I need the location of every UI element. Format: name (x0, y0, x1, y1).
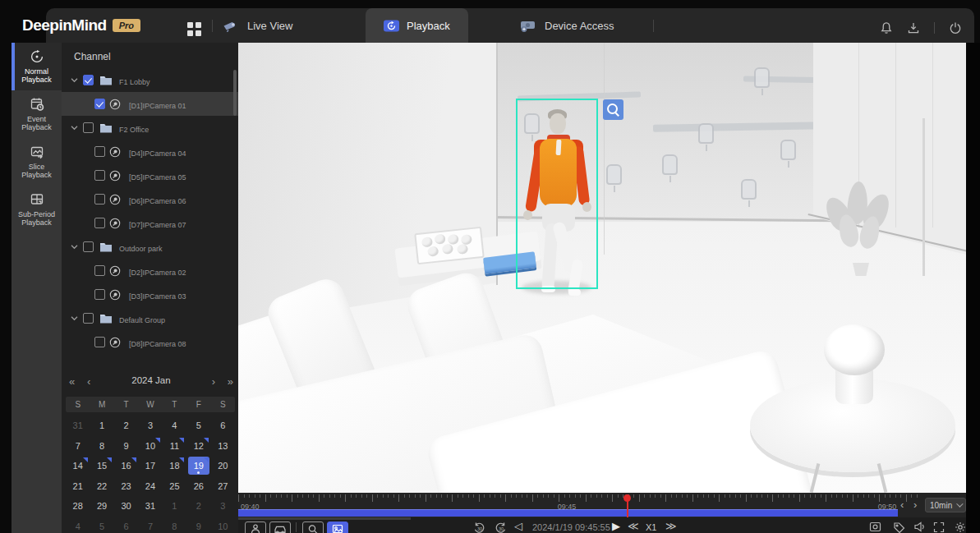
play-button[interactable]: ▶ (612, 521, 620, 531)
vehicle-filter-button[interactable] (269, 522, 291, 533)
caret-icon[interactable] (71, 76, 78, 84)
calendar-day[interactable]: 7 (67, 437, 89, 455)
calendar-day[interactable]: 21 (67, 477, 89, 495)
calendar-day[interactable]: 30 (116, 497, 137, 515)
calendar-day[interactable]: 24 (140, 477, 161, 495)
calendar-day[interactable]: 1 (91, 416, 113, 434)
speaker-icon[interactable] (913, 522, 926, 532)
rail-item-normal-playback[interactable]: Normal Playback (12, 43, 62, 90)
bell-icon[interactable] (880, 21, 893, 34)
timeline-next-button[interactable]: › (913, 499, 917, 511)
calendar-day[interactable]: 6 (212, 416, 233, 434)
fullscreen-icon[interactable] (933, 522, 945, 533)
camera-checkbox[interactable] (94, 337, 105, 347)
calendar-day[interactable]: 10 (140, 437, 161, 455)
target-search-magnifier-button[interactable] (603, 99, 623, 120)
camera-checkbox[interactable] (94, 265, 105, 276)
calendar-day[interactable]: 23 (116, 477, 137, 495)
calendar-day[interactable]: 10 (212, 517, 233, 533)
timeline-prev-button[interactable]: ‹ (900, 499, 904, 511)
calendar-day[interactable]: 7 (140, 517, 161, 533)
camera-checkbox[interactable] (94, 194, 105, 204)
speed-up-button[interactable]: ≫ (665, 521, 677, 531)
calendar-day[interactable]: 22 (91, 477, 113, 495)
calendar-day[interactable]: 8 (91, 437, 113, 455)
playback-timeline[interactable]: 09:40 09:45 09:50 ‹ › 10min (238, 493, 966, 517)
calendar-day[interactable]: 14 (67, 457, 89, 475)
calendar-day[interactable]: 25 (163, 477, 185, 495)
calendar-day[interactable]: 16 (116, 457, 137, 475)
calendar-day[interactable]: 31 (140, 497, 161, 515)
calendar-day[interactable]: 12 (188, 437, 209, 455)
tree-camera-row[interactable]: [D1]IPCamera 01 (62, 92, 238, 116)
calendar-day[interactable]: 8 (163, 517, 185, 533)
tab-live-view[interactable]: Live View (222, 8, 292, 43)
group-checkbox[interactable] (83, 313, 94, 324)
rail-item-slice-playback[interactable]: Slice Playback (12, 138, 62, 186)
calendar-day[interactable]: 13 (212, 437, 233, 455)
calendar-day[interactable]: 2 (116, 416, 137, 434)
playhead-handle[interactable] (623, 494, 631, 502)
tree-group-row[interactable]: F1 Lobby (62, 68, 238, 92)
tree-camera-row[interactable]: [D2]IPCamera 02 (62, 259, 238, 283)
calendar-day[interactable]: 1 (163, 497, 185, 515)
speed-down-button[interactable]: ≪ (628, 521, 639, 531)
caret-icon[interactable] (71, 243, 78, 250)
tab-device-access[interactable]: Device Access (519, 8, 614, 43)
tree-camera-row[interactable]: [D8]IPCamera 08 (62, 330, 238, 354)
group-checkbox[interactable] (83, 241, 94, 252)
calendar-day[interactable]: 5 (188, 416, 209, 434)
calendar-day[interactable]: 9 (188, 517, 209, 533)
rail-item-event-playback[interactable]: Event Playback (12, 90, 62, 138)
smart-search-button[interactable] (302, 522, 324, 533)
forward-30s-icon[interactable]: 30 (495, 522, 507, 533)
video-viewport[interactable] (238, 43, 966, 493)
calendar-day[interactable]: 4 (67, 517, 89, 533)
reverse-play-button[interactable]: ◁ (514, 521, 522, 531)
picture-search-button[interactable] (327, 522, 348, 533)
tag-icon[interactable] (893, 522, 905, 533)
calendar-day-selected[interactable]: 19 (188, 457, 209, 475)
caret-icon[interactable] (71, 315, 78, 322)
group-checkbox[interactable] (83, 75, 94, 85)
tree-group-row[interactable]: Outdoor park (62, 235, 238, 259)
view-layout-grid-icon[interactable] (187, 22, 201, 36)
calendar-day[interactable]: 4 (163, 416, 185, 434)
gear-icon[interactable] (955, 522, 966, 533)
calendar-day[interactable]: 2 (188, 497, 209, 515)
power-icon[interactable] (949, 21, 962, 34)
calendar-day[interactable]: 17 (140, 457, 161, 475)
calendar-day[interactable]: 9 (116, 437, 137, 455)
tree-camera-row[interactable]: [D7]IPCamera 07 (62, 211, 238, 235)
calendar-day[interactable]: 18 (163, 457, 185, 475)
camera-checkbox[interactable] (94, 146, 105, 157)
calendar-day[interactable]: 26 (188, 477, 209, 495)
calendar-day[interactable]: 3 (212, 497, 233, 515)
calendar-day[interactable]: 3 (140, 416, 161, 434)
tree-camera-row[interactable]: [D5]IPCamera 05 (62, 163, 238, 187)
calendar-day[interactable]: 6 (116, 517, 137, 533)
tree-camera-row[interactable]: [D4]IPCamera 04 (62, 140, 238, 163)
timeline-interval-dropdown[interactable]: 10min (925, 498, 966, 512)
rewind-30s-icon[interactable]: 30 (473, 522, 485, 533)
calendar-next-month-button[interactable]: › (212, 375, 215, 388)
calendar-day[interactable]: 27 (212, 477, 233, 495)
tree-group-row[interactable]: F2 Office (62, 116, 238, 140)
person-filter-button[interactable] (245, 522, 266, 533)
calendar-day[interactable]: 28 (67, 497, 89, 515)
camera-checkbox[interactable] (94, 170, 105, 181)
camera-checkbox[interactable] (94, 99, 105, 109)
calendar-day[interactable]: 31 (67, 416, 89, 434)
calendar-day[interactable]: 11 (163, 437, 185, 455)
recording-track[interactable] (238, 509, 898, 517)
tab-playback[interactable]: Playback (366, 8, 468, 43)
timeline-scrollbar[interactable] (238, 517, 411, 520)
calendar-day[interactable]: 5 (91, 517, 113, 533)
snapshot-icon[interactable] (869, 522, 881, 532)
tree-camera-row[interactable]: [D3]IPCamera 03 (62, 283, 238, 306)
caret-icon[interactable] (71, 124, 78, 131)
calendar-day[interactable]: 15 (91, 457, 113, 475)
camera-checkbox[interactable] (94, 289, 105, 300)
group-checkbox[interactable] (83, 122, 94, 133)
tree-scrollbar[interactable] (233, 70, 237, 116)
